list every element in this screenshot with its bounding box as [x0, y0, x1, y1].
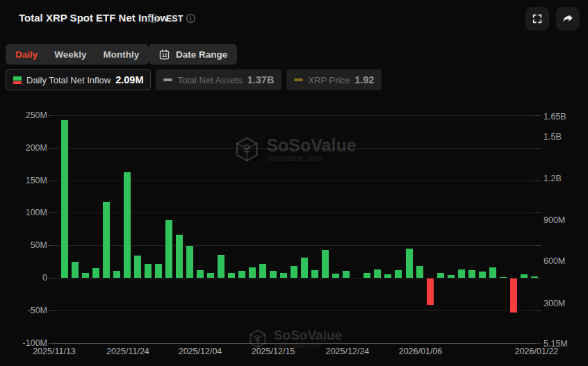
inflow-bar[interactable] [259, 264, 266, 278]
inflow-bar[interactable] [458, 269, 465, 278]
legend-value: 1.37B [247, 74, 275, 85]
inflow-bar[interactable] [113, 271, 120, 278]
grid-line [49, 310, 541, 311]
inflow-bar[interactable] [521, 274, 528, 278]
inflow-bar[interactable] [82, 273, 89, 278]
inflow-bar[interactable] [165, 220, 172, 278]
inflow-bar[interactable] [531, 276, 538, 278]
inflow-bar[interactable] [103, 202, 110, 278]
y-axis-tick-label-left: 250M [6, 110, 47, 121]
inflow-bar[interactable] [134, 256, 141, 278]
watermark-brand: SoSoValue [266, 136, 356, 154]
inflow-bar[interactable] [384, 274, 391, 278]
inflow-bar[interactable] [280, 273, 287, 278]
y-axis-tick-label-right: 300M [544, 298, 565, 309]
grid-line [49, 278, 541, 278]
inflow-bar[interactable] [61, 120, 68, 278]
watermark-domain: sosovalue.com [274, 342, 342, 350]
x-axis-tick-label: 2026/01/22 [505, 347, 568, 356]
legend-value: 1.92 [354, 74, 374, 85]
inflow-bar[interactable] [395, 270, 402, 278]
inflow-bar[interactable] [332, 274, 339, 278]
axis-tick [535, 115, 541, 116]
y-axis-tick-label-right: 1.5B [544, 131, 562, 142]
y-axis-tick-label-left: 100M [6, 207, 47, 218]
inflow-bar[interactable] [218, 255, 224, 278]
inflow-bar[interactable] [92, 268, 99, 278]
timezone-info-icon[interactable] [186, 13, 196, 24]
inflow-bar[interactable] [176, 235, 183, 278]
inflow-bar[interactable] [197, 270, 204, 278]
net-inflow-bars-icon [13, 76, 22, 84]
inflow-bar[interactable] [145, 264, 152, 278]
inflow-bar[interactable] [468, 270, 475, 278]
inflow-bar[interactable] [406, 249, 413, 278]
xrp-etf-inflow-widget: 250M200M150M100M50M0-50M-100M1.65B1.5B1.… [0, 0, 588, 366]
inflow-bar[interactable] [500, 277, 507, 278]
sosovalue-logo-icon [233, 135, 261, 163]
inflow-bar[interactable] [186, 246, 193, 278]
legend-value: 2.09M [115, 74, 143, 85]
inflow-bar[interactable] [448, 275, 455, 278]
axis-tick [535, 181, 541, 181]
inflow-bar[interactable] [364, 273, 370, 278]
y-axis-tick-label-right: 1.65B [544, 111, 566, 122]
inflow-bar[interactable] [427, 278, 434, 305]
date-range-button[interactable]: 12 Date Range [149, 44, 237, 65]
legend-item-total-net-assets[interactable]: Total Net Assets 1.37B [156, 69, 281, 90]
x-axis-tick-label: 2025/12/04 [169, 347, 231, 356]
inflow-bar[interactable] [291, 266, 297, 278]
axis-tick [48, 310, 54, 311]
inflow-bar[interactable] [249, 267, 256, 278]
axis-tick [48, 245, 54, 246]
legend-item-daily-net-inflow[interactable]: Daily Total Net Inflow 2.09M [6, 69, 151, 90]
tab-monthly[interactable]: Monthly [104, 49, 140, 60]
tab-daily[interactable]: Daily [15, 49, 38, 60]
sosovalue-logo-icon [247, 328, 268, 349]
legend-label: Total Net Assets [177, 75, 242, 85]
inflow-bar[interactable] [301, 258, 308, 278]
legend-label: XRP Price [308, 75, 350, 85]
axis-tick [535, 278, 541, 278]
inflow-bar[interactable] [416, 266, 423, 278]
inflow-bar[interactable] [124, 172, 131, 278]
grid-line [49, 213, 541, 213]
inflow-bar[interactable] [374, 269, 381, 278]
inflow-bar[interactable] [510, 278, 517, 313]
inflow-bar[interactable] [479, 272, 486, 278]
inflow-bar[interactable] [155, 264, 162, 278]
axis-tick [535, 343, 541, 344]
inflow-bar[interactable] [343, 271, 350, 278]
page-title: Total XRP Spot ETF Net Inflow [19, 12, 168, 24]
y-axis-tick-label-left: 0 [6, 272, 47, 283]
x-axis-tick-label: 2026/01/06 [389, 347, 452, 356]
axis-tick [48, 213, 54, 213]
fullscreen-button[interactable] [525, 7, 549, 31]
inflow-bar[interactable] [437, 273, 444, 278]
chart-legend: Daily Total Net Inflow 2.09M Total Net A… [6, 69, 382, 90]
timezone-label: EST [166, 14, 183, 24]
y-axis-tick-label-left: 150M [6, 175, 47, 186]
y-axis-tick-label-right: 900M [544, 215, 565, 226]
inflow-bar[interactable] [489, 267, 496, 278]
y-axis-tick-label-right: 1.2B [544, 173, 562, 184]
legend-item-xrp-price[interactable]: XRP Price 1.92 [286, 69, 382, 90]
share-button[interactable] [556, 7, 580, 31]
inflow-bar[interactable] [228, 273, 235, 278]
watermark-center: SoSoValue sosovalue.com [233, 135, 356, 163]
axis-tick [48, 278, 54, 278]
inflow-bar[interactable] [238, 271, 245, 278]
inflow-bar[interactable] [72, 262, 79, 278]
line-dash-icon [163, 78, 172, 81]
axis-tick [48, 343, 54, 344]
share-icon [562, 13, 574, 25]
tab-weekly[interactable]: Weekly [54, 49, 86, 60]
inflow-bar[interactable] [322, 250, 329, 278]
inflow-bar[interactable] [270, 271, 277, 278]
inflow-bar[interactable] [207, 273, 214, 278]
y-axis-tick-label-left: 50M [6, 240, 47, 251]
inflow-bar[interactable] [311, 270, 318, 278]
svg-text:12: 12 [162, 53, 168, 58]
x-axis-tick-label: 2025/11/13 [23, 347, 85, 356]
title-info-icon[interactable] [148, 13, 158, 24]
